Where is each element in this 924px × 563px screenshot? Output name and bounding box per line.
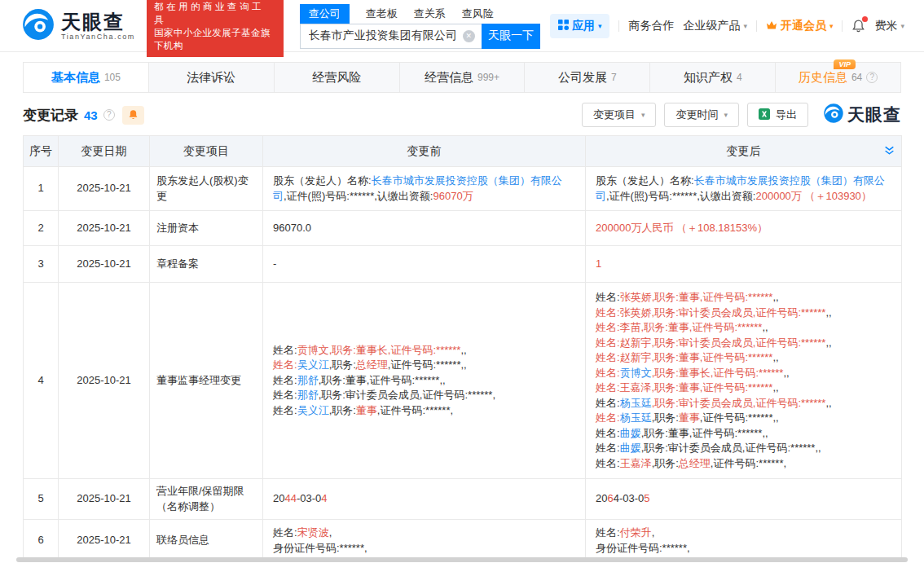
caret-down-icon: ▾ xyxy=(598,22,602,30)
cell-seq-no: 4 xyxy=(24,283,59,479)
caret-down-icon: ▾ xyxy=(829,22,834,30)
table-row: 12025-10-21股东发起人(股权)变更股东（发起人）名称:长春市城市发展投… xyxy=(24,167,902,211)
enterprise-products-label: 企业级产品 xyxy=(683,19,740,33)
text-segment: 姓名: xyxy=(596,427,620,439)
search-tab-2[interactable]: 查关系 xyxy=(414,7,446,21)
text-line: 姓名:杨玉廷,职务:董事,证件号码:******,, xyxy=(596,411,891,426)
text-line: 姓名:曲媛,职务:董事,证件号码:******,, xyxy=(596,426,891,442)
table-row: 22025-10-21注册资本96070.0200000万人民币 （＋108.1… xyxy=(24,211,902,246)
section-title: 变更记录 xyxy=(23,106,78,125)
cell-seq-no: 1 xyxy=(24,167,59,211)
tab-1[interactable]: 法律诉讼 xyxy=(149,63,275,92)
tab-count: 7 xyxy=(611,72,617,83)
logo-title: 天眼查 xyxy=(61,11,135,33)
text-segment: ,, xyxy=(772,351,778,363)
text-segment: 44 xyxy=(284,492,296,504)
text-line: 姓名:付荣升, xyxy=(596,526,891,541)
column-header: 变更后 xyxy=(586,136,902,167)
cell-change-before: 2044-03-04 xyxy=(263,479,586,520)
text-segment: ,, xyxy=(460,344,466,356)
text-segment: ,, xyxy=(783,367,789,379)
search-tab-0[interactable]: 查公司 xyxy=(300,4,350,24)
help-icon[interactable]: ? xyxy=(103,109,115,121)
table-row: 32025-10-21章程备案-1 xyxy=(24,246,902,283)
tianyancha-logo-icon xyxy=(21,7,55,45)
search-tabs: 查公司查老板查关系查风险 xyxy=(300,5,540,24)
text-segment: ,, xyxy=(825,336,831,349)
search-button[interactable]: 天眼一下 xyxy=(482,24,540,49)
horizontal-scrollbar[interactable] xyxy=(16,557,908,562)
entity-link[interactable]: 杨玉廷 xyxy=(620,397,652,409)
table-header-row: 序号变更日期变更项目变更前变更后 xyxy=(24,136,902,167)
tab-0[interactable]: 基本信息105 xyxy=(24,63,149,92)
notifications-button[interactable] xyxy=(851,19,865,33)
text-segment: 姓名:张英娇,职务:审计委员会成员,证件号码:****** xyxy=(596,306,825,319)
text-line: 96070.0 xyxy=(273,221,575,236)
tab-2[interactable]: 经营风险 xyxy=(275,63,400,92)
entity-link[interactable]: 贡博文 xyxy=(620,367,652,379)
entity-link[interactable]: 杨玉廷 xyxy=(620,411,652,424)
text-segment: ,职务: xyxy=(652,411,679,424)
text-segment: 张英娇,职务:董事,证件号码:****** xyxy=(620,291,773,303)
text-segment: 董事 xyxy=(679,411,700,424)
business-cooperation-link[interactable]: 商务合作 xyxy=(628,19,674,33)
tab-3[interactable]: 经营信息999+ xyxy=(400,63,526,92)
entity-link[interactable]: 那舒 xyxy=(297,389,319,401)
text-segment: 股东（发起人）名称: xyxy=(273,174,372,187)
entity-link[interactable]: 吴义江 xyxy=(297,404,329,416)
text-segment: 20 xyxy=(273,492,284,504)
entity-link[interactable]: 曲媛 xyxy=(620,442,641,454)
tab-count: 999+ xyxy=(477,72,499,83)
search-tab-1[interactable]: 查老板 xyxy=(366,7,398,21)
tab-6[interactable]: 历史信息VIP64? xyxy=(776,63,900,92)
text-line: 2064-03-05 xyxy=(596,491,891,507)
tianyancha-logo[interactable]: 天眼查 TianYanCha.com xyxy=(21,7,135,45)
text-line: 注册资本 xyxy=(156,221,256,236)
open-vip-menu[interactable]: 开通会员 ▾ xyxy=(766,19,834,33)
divider xyxy=(842,20,843,32)
cell-change-date: 2025-10-21 xyxy=(59,520,150,562)
cell-change-before: 姓名:贡博文,职务:董事长,证件号码:******,,姓名:吴义江,职务:总经理… xyxy=(263,283,586,479)
text-segment: ,职务:董事,证件号码:******,, xyxy=(641,427,768,439)
entity-link[interactable]: 那舒 xyxy=(297,374,319,386)
text-line: 董事监事经理变更 xyxy=(156,373,256,389)
cell-seq-no: 3 xyxy=(24,246,59,283)
vip-badge: VIP xyxy=(834,59,856,69)
entity-link[interactable]: 吴义江 xyxy=(297,358,329,371)
apps-menu[interactable]: 应用 ▾ xyxy=(550,14,610,38)
cell-change-before: 股东（发起人）名称:长春市城市发展投资控股（集团）有限公司,证件(照)号码:**… xyxy=(263,167,586,211)
clear-icon[interactable]: ✕ xyxy=(463,30,475,42)
text-segment: 姓名: xyxy=(596,442,620,454)
cell-seq-no: 2 xyxy=(24,211,59,246)
text-segment: ,职务:董事长,证件号码:****** xyxy=(652,367,784,379)
collapse-rows-icon[interactable] xyxy=(884,146,895,156)
filter-change-time-button[interactable]: 变更时间 ▾ xyxy=(664,103,739,127)
text-line: 姓名:张英娇,职务:审计委员会成员,证件号码:******,, xyxy=(596,306,891,321)
search-tab-3[interactable]: 查风险 xyxy=(462,7,494,21)
text-line: （名称调整） xyxy=(156,499,256,515)
enterprise-products-menu[interactable]: 企业级产品 ▾ xyxy=(683,19,747,33)
tab-5[interactable]: 知识产权4 xyxy=(650,63,776,92)
cell-change-date: 2025-10-21 xyxy=(59,479,150,520)
cell-change-before: 姓名:宋贤波,身份证件号码:******, xyxy=(263,520,586,562)
cell-change-after: 200000万人民币 （＋108.18153%） xyxy=(586,211,902,246)
search-input[interactable] xyxy=(301,24,482,48)
entity-link[interactable]: 曲媛 xyxy=(620,427,641,439)
text-segment: ,职务: xyxy=(329,358,356,371)
column-header: 变更前 xyxy=(263,136,586,167)
filter-change-project-button[interactable]: 变更项目 ▾ xyxy=(582,103,657,127)
column-header: 序号 xyxy=(24,136,59,167)
subscribe-bell-button[interactable] xyxy=(122,106,144,125)
tab-4[interactable]: 公司发展7 xyxy=(525,63,650,92)
tab-label: 经营信息 xyxy=(425,70,473,84)
user-menu[interactable]: 费米 ▾ xyxy=(874,19,904,33)
text-segment: , xyxy=(329,526,332,539)
cell-change-date: 2025-10-21 xyxy=(59,167,150,211)
tianyancha-logo-icon xyxy=(823,103,844,128)
text-line: 股东（发起人）名称:长春市城市发展投资控股（集团）有限公司,证件(照)号码:**… xyxy=(596,174,891,204)
text-segment: -03-0 xyxy=(297,492,321,504)
caret-down-icon: ▾ xyxy=(724,111,728,119)
export-button[interactable]: 导出 xyxy=(747,103,808,127)
bell-icon xyxy=(128,109,139,121)
text-segment: 身份证件号码:******, xyxy=(596,542,690,554)
